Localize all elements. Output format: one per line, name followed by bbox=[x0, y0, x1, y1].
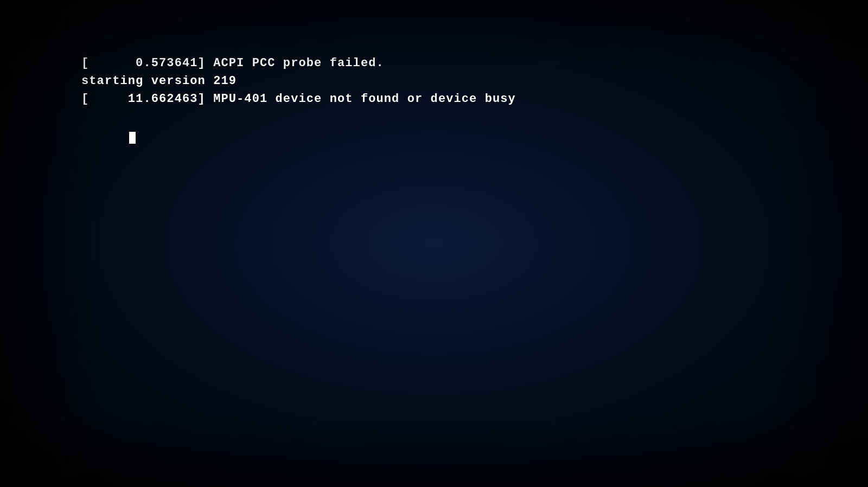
screen: [ 0.573641] ACPI PCC probe failed. start… bbox=[0, 0, 868, 487]
terminal-line-3: [ 11.662463] MPU-401 device not found or… bbox=[81, 90, 857, 108]
terminal-line-1: [ 0.573641] ACPI PCC probe failed. bbox=[81, 54, 857, 72]
terminal-cursor bbox=[129, 132, 136, 144]
terminal-cursor-line bbox=[81, 108, 857, 162]
terminal-line-2: starting version 219 bbox=[81, 72, 857, 90]
terminal-content: [ 0.573641] ACPI PCC probe failed. start… bbox=[81, 54, 857, 162]
